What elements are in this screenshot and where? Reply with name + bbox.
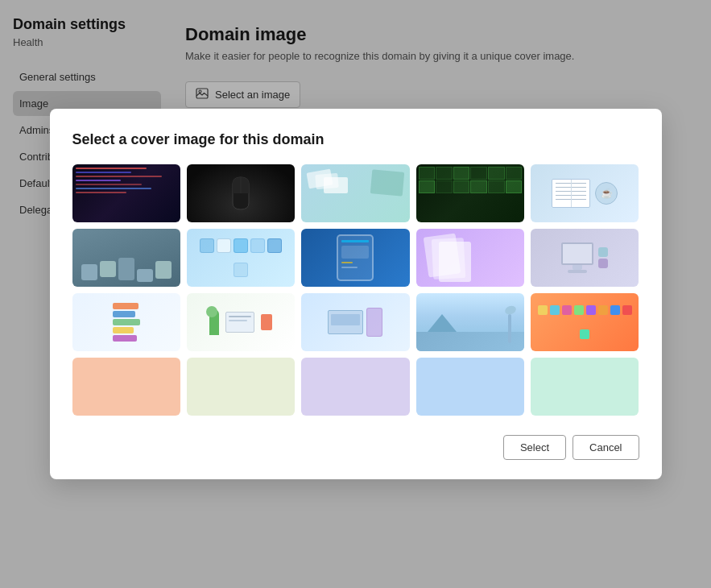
image-option-12[interactable] bbox=[187, 293, 295, 351]
modal-overlay: Select a cover image for this domain bbox=[0, 0, 711, 588]
cancel-button[interactable]: Cancel bbox=[573, 435, 639, 460]
image-option-11[interactable] bbox=[72, 293, 180, 351]
image-option-17[interactable] bbox=[187, 358, 295, 416]
image-option-16[interactable] bbox=[72, 358, 180, 416]
image-option-9[interactable] bbox=[416, 229, 524, 287]
select-button[interactable]: Select bbox=[503, 435, 566, 460]
image-grid: ☕ bbox=[72, 164, 639, 416]
modal-footer: Select Cancel bbox=[72, 435, 639, 460]
image-option-4[interactable] bbox=[416, 164, 524, 222]
image-option-13[interactable] bbox=[301, 293, 409, 351]
image-option-14[interactable] bbox=[416, 293, 524, 351]
image-option-20[interactable] bbox=[531, 358, 639, 416]
image-option-5[interactable]: ☕ bbox=[531, 164, 639, 222]
image-option-19[interactable] bbox=[416, 358, 524, 416]
image-option-2[interactable] bbox=[187, 164, 295, 222]
image-option-10[interactable] bbox=[531, 229, 639, 287]
image-option-18[interactable] bbox=[301, 358, 409, 416]
image-option-3[interactable] bbox=[301, 164, 409, 222]
image-picker-modal: Select a cover image for this domain bbox=[50, 109, 662, 479]
image-option-7[interactable] bbox=[187, 229, 295, 287]
image-option-6[interactable] bbox=[72, 229, 180, 287]
image-option-15[interactable] bbox=[531, 293, 639, 351]
image-option-1[interactable] bbox=[72, 164, 180, 222]
modal-title: Select a cover image for this domain bbox=[72, 131, 639, 148]
image-option-8[interactable] bbox=[301, 229, 409, 287]
